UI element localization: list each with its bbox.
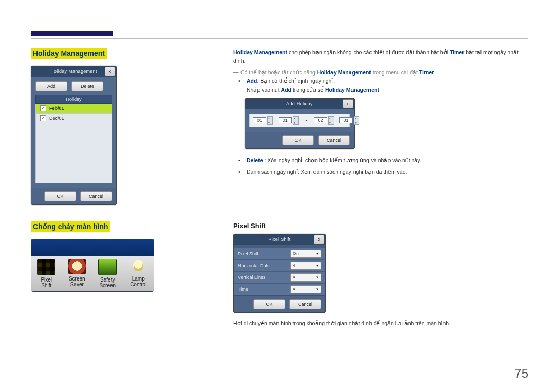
holiday-empty-rows bbox=[35, 123, 112, 183]
pixel-shift-description: Hơi di chuyển màn hình trong khoảng thời… bbox=[233, 319, 528, 327]
spinner-icon[interactable]: ▲▼ bbox=[354, 116, 359, 125]
add-term: Add bbox=[281, 87, 291, 93]
close-icon[interactable]: x bbox=[343, 99, 353, 108]
holiday-management-dialog: Holiday Management x Add Delete Holiday … bbox=[31, 66, 117, 205]
add-sub-line: Nhấp vào nút Add trong cửa sổ Holiday Ma… bbox=[247, 86, 528, 94]
cancel-button[interactable]: Cancel bbox=[80, 191, 112, 201]
delete-bullet: • Delete : Xóa ngày nghỉ. chọn hộp kiểm … bbox=[238, 157, 528, 163]
header-rule bbox=[31, 38, 528, 39]
holiday-column-header: Holiday bbox=[35, 95, 112, 104]
value-text: 4 bbox=[293, 287, 295, 291]
chevron-down-icon: ▼ bbox=[316, 252, 319, 255]
slash: / bbox=[336, 118, 338, 123]
cancel-button[interactable]: Cancel bbox=[289, 299, 321, 309]
tile-label-line1: Safety bbox=[92, 277, 123, 283]
day-value: 01 bbox=[339, 117, 353, 123]
dialog-title-bar: Pixel Shift x bbox=[234, 234, 325, 245]
value-dropdown[interactable]: 4▼ bbox=[290, 285, 321, 293]
value-dropdown[interactable]: 4▼ bbox=[290, 262, 321, 270]
add-button[interactable]: Add bbox=[35, 81, 67, 91]
delete-desc: : Xóa ngày nghỉ. chọn hộp kiểm tương ứng… bbox=[263, 157, 421, 163]
pixel-shift-icon bbox=[37, 259, 55, 275]
toolbar-row: Pixel Shift Screen Saver Safety Screen bbox=[31, 256, 154, 291]
tile-label-line1: Lamp bbox=[123, 276, 154, 282]
from-month[interactable]: 01 ▲▼ bbox=[253, 116, 273, 125]
range-separator: ~ bbox=[301, 118, 312, 123]
sub-end: . bbox=[379, 87, 381, 93]
dialog-title-bar: Holiday Management x bbox=[31, 66, 116, 77]
dialog-footer: OK Cancel bbox=[31, 188, 116, 204]
bullet-icon: • bbox=[238, 78, 247, 84]
time-row: Time 4▼ bbox=[234, 284, 325, 295]
ok-button[interactable]: OK bbox=[44, 191, 76, 201]
holiday-date: Dec/01 bbox=[49, 116, 64, 121]
note-mid: trong menu cài đặt bbox=[371, 69, 419, 76]
left-column: Holiday Management Holiday Management x … bbox=[31, 48, 216, 331]
to-day[interactable]: 01 ▲▼ bbox=[339, 116, 359, 125]
holiday-row[interactable]: ✓ Dec/01 bbox=[35, 114, 112, 123]
date-range-row: 01 ▲▼ / 01 ▲▼ ~ 02 ▲▼ / bbox=[249, 114, 350, 127]
value-dropdown[interactable]: On▼ bbox=[290, 250, 321, 258]
close-icon[interactable]: x bbox=[105, 67, 115, 76]
pixel-shift-dialog: Pixel Shift x Pixel Shift On▼ Horizontal… bbox=[233, 234, 326, 313]
pixel-shift-tile[interactable]: Pixel Shift bbox=[31, 256, 62, 291]
clock-icon bbox=[68, 259, 86, 274]
add-bullet-text: Add: Bạn có thể chỉ định ngày nghỉ. bbox=[247, 78, 335, 84]
chevron-down-icon: ▼ bbox=[316, 276, 319, 279]
value-dropdown[interactable]: 4▼ bbox=[290, 273, 321, 282]
timer-term: Timer bbox=[419, 69, 434, 76]
bulb-icon bbox=[130, 259, 147, 274]
vertical-lines-row: Vertical Lines 4▼ bbox=[234, 272, 325, 284]
ok-button[interactable]: OK bbox=[282, 135, 314, 145]
pixel-shift-row: Pixel Shift On▼ bbox=[234, 248, 325, 260]
close-icon[interactable]: x bbox=[314, 235, 324, 244]
dialog-title: Holiday Management bbox=[50, 69, 97, 74]
sub-mid: trong cửa sổ bbox=[291, 87, 325, 93]
chevron-down-icon: ▼ bbox=[316, 264, 319, 267]
dialog-title-bar: Add Holiday x bbox=[245, 99, 354, 109]
delete-term: Delete bbox=[247, 157, 263, 163]
note-end: . bbox=[434, 69, 435, 76]
dialog-title: Add Holiday bbox=[286, 101, 313, 106]
ok-button[interactable]: OK bbox=[253, 299, 285, 309]
sub-pre: Nhấp vào nút bbox=[247, 87, 281, 93]
list-bullet: • Danh sách ngày nghỉ: Xem danh sách ngà… bbox=[238, 169, 528, 175]
spinner-icon[interactable]: ▲▼ bbox=[293, 116, 299, 125]
delete-button[interactable]: Delete bbox=[71, 81, 103, 91]
month-value: 02 bbox=[314, 117, 327, 123]
list-desc: Danh sách ngày nghỉ: Xem danh sách ngày … bbox=[247, 169, 407, 175]
note-pre: Có thể bật hoặc tắt chức năng bbox=[240, 69, 317, 76]
checkbox-icon[interactable]: ✓ bbox=[40, 115, 46, 121]
dialog-body: Add Delete Holiday ✓ Feb/01 ✓ Dec/01 bbox=[31, 77, 116, 188]
row-label: Pixel Shift bbox=[238, 251, 258, 256]
pixel-shift-heading: Pixel Shift bbox=[233, 222, 528, 230]
to-month[interactable]: 02 ▲▼ bbox=[314, 116, 334, 125]
add-desc: : Bạn có thể chỉ định ngày nghỉ. bbox=[257, 78, 335, 84]
holiday-row-selected[interactable]: ✓ Feb/01 bbox=[35, 104, 112, 114]
hm-term: Holiday Management bbox=[325, 87, 379, 93]
screen-burn-toolbar: Pixel Shift Screen Saver Safety Screen bbox=[31, 239, 154, 292]
value-text: 4 bbox=[293, 275, 295, 279]
chevron-down-icon: ▼ bbox=[316, 288, 319, 291]
intro-text-1: cho phép bạn ngăn không cho các thiết bị… bbox=[287, 49, 450, 55]
spinner-icon[interactable]: ▲▼ bbox=[267, 116, 273, 125]
screen-saver-tile[interactable]: Screen Saver bbox=[62, 256, 93, 291]
slash: / bbox=[275, 118, 276, 123]
month-value: 01 bbox=[253, 117, 266, 123]
tile-label-line1: Screen bbox=[62, 276, 92, 282]
tile-label-line2: Screen bbox=[92, 283, 123, 288]
toolbar-top-strip bbox=[31, 239, 154, 256]
cancel-button[interactable]: Cancel bbox=[318, 135, 350, 145]
manual-page: Holiday Management Holiday Management x … bbox=[0, 0, 555, 392]
from-day[interactable]: 01 ▲▼ bbox=[279, 116, 299, 125]
two-column-layout: Holiday Management Holiday Management x … bbox=[31, 48, 528, 331]
safety-screen-tile[interactable]: Safety Screen bbox=[92, 256, 123, 291]
add-term: Add bbox=[247, 78, 257, 84]
holiday-management-heading: Holiday Management bbox=[31, 48, 107, 59]
lamp-control-tile[interactable]: Lamp Control bbox=[123, 256, 154, 291]
spinner-icon[interactable]: ▲▼ bbox=[328, 116, 334, 125]
hm-term: Holiday Management bbox=[317, 69, 371, 76]
checkbox-icon[interactable]: ✓ bbox=[40, 105, 46, 111]
note-text: Có thể bật hoặc tắt chức năng Holiday Ma… bbox=[240, 69, 435, 76]
dialog-title: Pixel Shift bbox=[268, 237, 290, 242]
